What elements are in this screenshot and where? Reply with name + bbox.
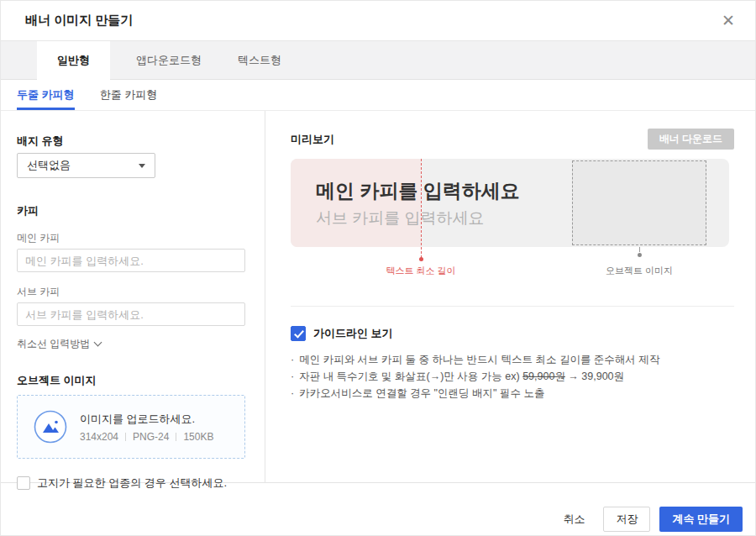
preview-panel: 미리보기 배너 다운로드 메인 카피를 입력하세요 서브 카피를 입력하세요 텍… [265, 111, 755, 482]
copy-section-label: 카피 [17, 203, 244, 218]
strikethrough-method-link[interactable]: 취소선 입력방법 [17, 337, 101, 351]
preview-divider [291, 306, 734, 307]
guideline-item: · 자판 내 특수기호 및 화살표(→)만 사용 가능 ex) 59,900원 … [291, 368, 734, 385]
main-copy-input[interactable] [17, 249, 245, 272]
main-copy-label: 메인 카피 [17, 231, 244, 245]
guideline-checkbox-label: 가이드라인 보기 [313, 326, 393, 341]
main-tab-bar: 일반형 앱다운로드형 텍스트형 [1, 41, 755, 80]
preview-sub-copy: 서브 카피를 입력하세요 [316, 208, 520, 229]
object-image-placeholder [572, 160, 706, 245]
notice-checkbox[interactable] [17, 476, 30, 490]
upload-spec-format: PNG-24 [133, 431, 169, 443]
notice-checkbox-label: 고지가 필요한 업종의 경우 선택하세요. [37, 476, 227, 491]
modal-header: 배너 이미지 만들기 ✕ [1, 1, 755, 41]
guideline-checkbox-row: 가이드라인 보기 [291, 326, 734, 341]
dropdown-caret-icon [139, 164, 145, 168]
upload-instruction: 이미지를 업로드하세요. [80, 412, 213, 427]
save-button[interactable]: 저장 [603, 507, 650, 532]
chevron-down-icon [94, 339, 102, 347]
banner-download-button[interactable]: 배너 다운로드 [648, 129, 734, 150]
close-icon[interactable]: ✕ [722, 13, 735, 29]
min-length-guide-line [421, 159, 422, 258]
badge-type-label: 배지 유형 [17, 134, 244, 149]
modal-body: 배지 유형 선택없음 카피 메인 카피 서브 카피 취소선 입력방법 오브젝트 … [1, 111, 755, 482]
sub-copy-input[interactable] [17, 302, 245, 326]
banner-preview: 메인 카피를 입력하세요 서브 카피를 입력하세요 텍스트 최소 길이 오브젝트… [291, 159, 729, 247]
badge-type-select[interactable]: 선택없음 [17, 153, 155, 178]
guideline-item: · 메인 카피와 서브 카피 둘 중 하나는 반드시 텍스트 최소 길이를 준수… [291, 351, 734, 368]
cancel-button[interactable]: 취소 [554, 507, 594, 532]
subtab-one-line-copy[interactable]: 한줄 카피형 [100, 80, 158, 110]
image-upload-dropzone[interactable]: 이미지를 업로드하세요. 314x204 PNG-24 150KB [17, 395, 245, 459]
sub-copy-label: 서브 카피 [17, 285, 244, 299]
badge-type-value: 선택없음 [27, 158, 71, 173]
tab-general[interactable]: 일반형 [37, 41, 110, 80]
subtab-two-line-copy[interactable]: 두줄 카피형 [17, 80, 75, 110]
image-upload-icon [34, 410, 67, 444]
object-image-guide-label: 오브젝트 이미지 [606, 265, 673, 277]
guideline-item: · 카카오서비스로 연결할 경우 "인랜딩 배지" 필수 노출 [291, 385, 734, 402]
object-image-connector [639, 247, 640, 252]
preview-main-copy: 메인 카피를 입력하세요 [316, 179, 520, 202]
object-image-dot [638, 253, 642, 257]
form-panel: 배지 유형 선택없음 카피 메인 카피 서브 카피 취소선 입력방법 오브젝트 … [1, 111, 265, 482]
notice-checkbox-row: 고지가 필요한 업종의 경우 선택하세요. [17, 476, 244, 491]
continue-button[interactable]: 계속 만들기 [659, 507, 743, 532]
strikethrough-method-label: 취소선 입력방법 [17, 337, 90, 351]
object-image-label: 오브젝트 이미지 [17, 373, 244, 388]
guideline-list: · 메인 카피와 서브 카피 둘 중 하나는 반드시 텍스트 최소 길이를 준수… [291, 351, 734, 402]
modal-title: 배너 이미지 만들기 [25, 13, 133, 29]
min-length-guide-dot [419, 257, 423, 261]
tab-text[interactable]: 텍스트형 [228, 41, 291, 80]
tab-app-download[interactable]: 앱다운로드형 [110, 41, 228, 80]
upload-spec-size: 314x204 [80, 431, 118, 443]
upload-spec-weight: 150KB [183, 431, 213, 443]
preview-title: 미리보기 [291, 132, 334, 147]
upload-specs: 314x204 PNG-24 150KB [80, 431, 213, 443]
strikethrough-price: 59,900원 [522, 370, 565, 382]
banner-image-modal: 배너 이미지 만들기 ✕ 일반형 앱다운로드형 텍스트형 두줄 카피형 한줄 카… [0, 0, 756, 536]
guideline-checkbox[interactable] [291, 326, 306, 341]
sub-tab-bar: 두줄 카피형 한줄 카피형 [1, 80, 755, 111]
min-length-guide-label: 텍스트 최소 길이 [386, 265, 455, 277]
